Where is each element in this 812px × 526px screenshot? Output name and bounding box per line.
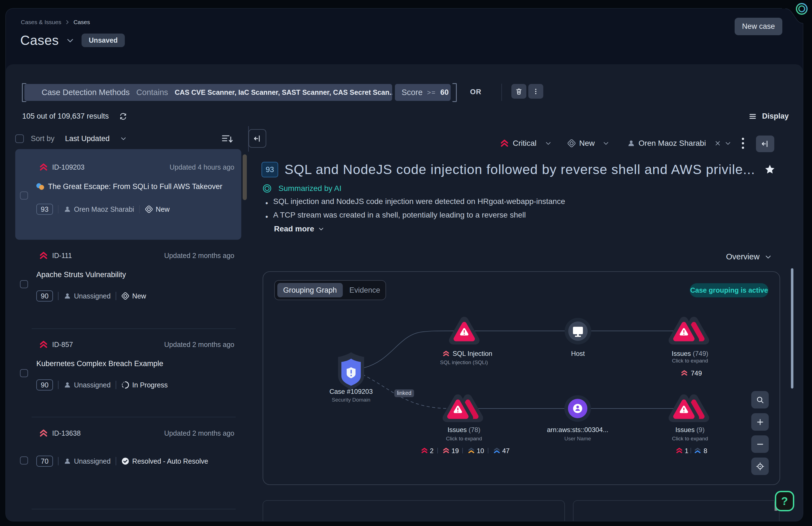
svg-text:Click to expand: Click to expand: [446, 436, 482, 441]
svg-text:Click to expand: Click to expand: [672, 358, 708, 364]
svg-text:19: 19: [451, 447, 459, 454]
svg-text:47: 47: [502, 447, 510, 454]
svg-text:749: 749: [691, 370, 702, 377]
svg-text:linked: linked: [397, 390, 411, 396]
svg-text:arn:aws:sts::00304...: arn:aws:sts::00304...: [547, 426, 608, 433]
svg-text:Host: Host: [571, 350, 585, 357]
svg-text:Security Domain: Security Domain: [332, 397, 370, 403]
svg-text:1: 1: [685, 447, 688, 454]
svg-text:Case #109203: Case #109203: [330, 388, 373, 395]
svg-text:Issues (9): Issues (9): [675, 426, 705, 433]
svg-text:Click to expand: Click to expand: [672, 436, 708, 441]
svg-text:2: 2: [430, 447, 433, 454]
svg-text:User Name: User Name: [564, 436, 591, 441]
svg-text:Issues (749): Issues (749): [672, 350, 708, 357]
svg-text:Issues (78): Issues (78): [448, 426, 481, 433]
svg-text:SQL injection (SQLi): SQL injection (SQLi): [440, 359, 488, 365]
svg-text:SQL Injection: SQL Injection: [453, 350, 492, 357]
svg-text:8: 8: [704, 447, 707, 454]
svg-text:10: 10: [477, 447, 484, 454]
